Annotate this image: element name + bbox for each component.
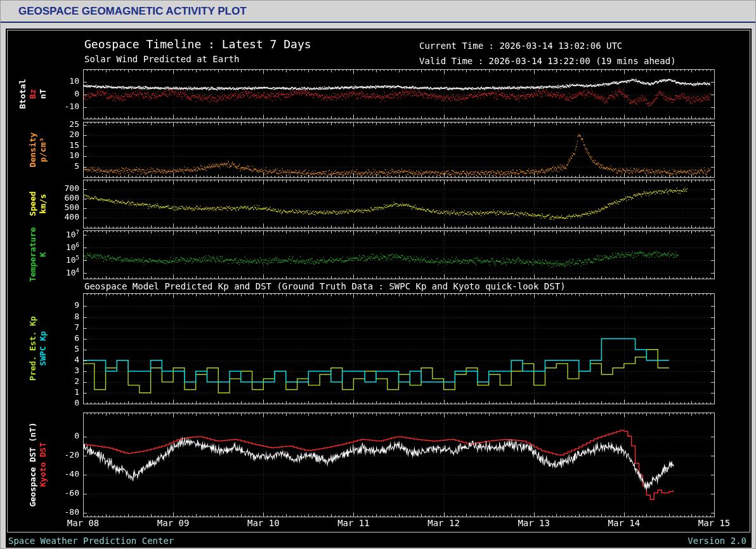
y-axis-tick-label: -20: [50, 450, 79, 460]
y-axis-title: Geospace DST (nT): [28, 422, 37, 506]
y-axis-tick-label: -40: [50, 469, 79, 479]
y-axis-tick-label: 5: [50, 344, 79, 354]
y-axis-title: SWPC Kp: [38, 331, 48, 366]
y-axis-tick-label: 0: [50, 398, 79, 407]
y-axis-tick-label: 0: [50, 89, 79, 98]
y-axis-tick-label: 107: [50, 229, 79, 239]
y-axis-tick-label: 104: [50, 267, 79, 277]
y-axis-title: nT: [38, 89, 48, 99]
y-axis-tick-label: 10: [50, 150, 79, 160]
y-axis-tick-label: 4: [50, 355, 79, 364]
x-axis-tick-label: Mar 13: [512, 518, 556, 528]
plot-title: Geospace Timeline : Latest 7 Days: [84, 37, 311, 51]
plot-frame: 100-10BtotalBznT252015105Densityp/cm³700…: [6, 29, 752, 548]
x-axis-tick-label: Mar 10: [241, 518, 285, 528]
y-axis-tick-label: 8: [50, 312, 79, 321]
x-axis-tick-label: Mar 12: [422, 518, 466, 528]
y-axis-tick-label: 20: [50, 129, 79, 139]
y-axis-tick-label: 5: [50, 161, 79, 171]
y-axis-tick-label: 600: [50, 193, 79, 202]
solar-wind-subtitle: Solar Wind Predicted at Earth: [84, 54, 239, 64]
y-axis-title: Bz: [28, 89, 37, 99]
y-axis-tick-label: 3: [50, 366, 79, 375]
y-axis-title: Density: [28, 132, 37, 167]
y-axis-tick-label: 400: [50, 212, 79, 222]
y-axis-title: Temperature: [28, 227, 37, 282]
y-axis-tick-label: 2: [50, 376, 79, 386]
current-time-label: Current Time : 2026-03-14 13:02:06 UTC: [419, 41, 622, 51]
y-axis-title: Pred. Est. Kp: [28, 316, 37, 381]
y-axis-tick-label: -80: [50, 507, 79, 517]
y-axis-tick-label: 700: [50, 183, 79, 193]
y-axis-tick-label: 105: [50, 255, 79, 265]
y-axis-title: Btotal: [18, 79, 27, 109]
y-axis-tick-label: 500: [50, 202, 79, 212]
footer-credit: Space Weather Prediction Center: [8, 536, 174, 546]
x-axis-tick-label: Mar 15: [692, 518, 736, 528]
geospace-subtitle: Geospace Model Predicted Kp and DST (Gro…: [84, 281, 566, 291]
y-axis-tick-label: 7: [50, 322, 79, 332]
y-axis-tick-label: 106: [50, 242, 79, 252]
footer-version: Version 2.0: [688, 536, 746, 546]
y-axis-title: K: [38, 252, 48, 257]
page: GEOSPACE GEOMAGNETIC ACTIVITY PLOT 100-1…: [0, 0, 756, 549]
header-divider: [1, 22, 755, 23]
page-title: GEOSPACE GEOMAGNETIC ACTIVITY PLOT: [18, 5, 247, 18]
y-axis-tick-label: 15: [50, 140, 79, 150]
x-axis-tick-label: Mar 08: [61, 518, 105, 528]
y-axis-tick-label: 1: [50, 387, 79, 397]
y-axis-tick-label: 6: [50, 333, 79, 343]
y-axis-title: km/s: [38, 194, 48, 213]
valid-time-label: Valid Time : 2026-03-14 13:22:00 (19 min…: [419, 56, 676, 66]
x-axis-tick-label: Mar 09: [151, 518, 195, 528]
x-axis-tick-label: Mar 11: [331, 518, 375, 528]
y-axis-tick-label: 0: [50, 431, 79, 440]
x-axis-tick-label: Mar 14: [602, 518, 646, 528]
y-axis-title: Kyoto DST: [38, 442, 48, 487]
y-axis-tick-label: 25: [50, 119, 79, 129]
y-axis-tick-label: -10: [50, 102, 79, 111]
y-axis-tick-label: -60: [50, 488, 79, 498]
y-axis-tick-label: 10: [50, 76, 79, 86]
y-axis-title: p/cm³: [38, 137, 48, 162]
y-axis-title: Speed: [28, 191, 37, 216]
y-axis-tick-label: 9: [50, 300, 79, 310]
page-header: GEOSPACE GEOMAGNETIC ACTIVITY PLOT: [1, 1, 755, 23]
